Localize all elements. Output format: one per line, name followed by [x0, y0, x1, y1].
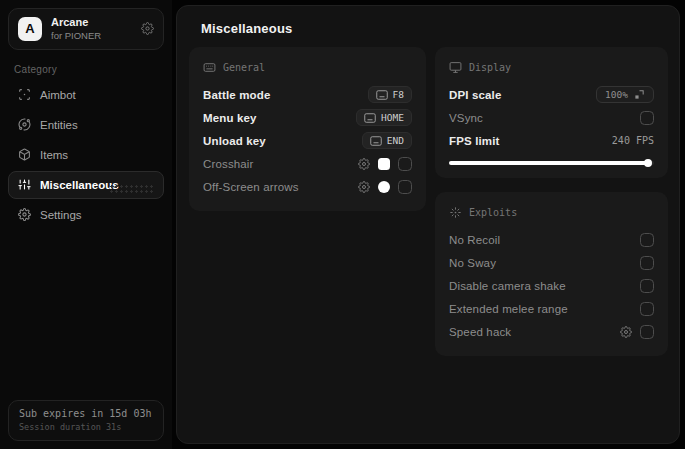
no-recoil-row: No Recoil: [449, 228, 654, 251]
gear-icon[interactable]: [620, 326, 632, 338]
subscription-card: Sub expires in 15d 03h Session duration …: [8, 400, 164, 441]
extended-melee-range-row: Extended melee range: [449, 297, 654, 320]
crosshair-scan-icon: [18, 88, 31, 101]
crosshair-checkbox[interactable]: [398, 157, 412, 171]
fps-limit-row: FPS limit 240 FPS: [449, 129, 654, 152]
disable-camera-shake-row: Disable camera shake: [449, 274, 654, 297]
vsync-checkbox[interactable]: [640, 111, 654, 125]
general-card: General Battle mode F8 Menu key: [189, 47, 426, 211]
no-recoil-checkbox[interactable]: [640, 233, 654, 247]
disable-camera-shake-checkbox[interactable]: [640, 279, 654, 293]
key-icon: [364, 113, 376, 123]
brand-logo: A: [18, 17, 42, 41]
gear-icon[interactable]: [358, 181, 370, 193]
vsync-label: VSync: [449, 112, 483, 124]
extended-melee-range-label: Extended melee range: [449, 303, 568, 315]
offscreen-color-swatch[interactable]: [378, 181, 390, 193]
brand-name: Arcane: [51, 16, 132, 30]
sidebar-item-aimbot[interactable]: Aimbot: [8, 81, 164, 109]
sidebar-item-label: Miscellaneous: [40, 179, 119, 191]
key-icon: [370, 136, 382, 146]
brand-card: A Arcane for PIONER: [8, 8, 164, 50]
app-window: A Arcane for PIONER Category Aimbot: [0, 0, 685, 449]
fps-slider-fill: [449, 161, 648, 165]
sidebar-item-label: Entities: [40, 119, 78, 131]
sidebar-item-label: Settings: [40, 209, 82, 221]
no-sway-row: No Sway: [449, 251, 654, 274]
fps-limit-value: 240 FPS: [612, 135, 654, 146]
sidebar-item-label: Aimbot: [40, 89, 76, 101]
general-header: General: [223, 62, 265, 73]
brand-subtitle: for PIONER: [51, 30, 132, 42]
dpi-scale-label: DPI scale: [449, 89, 502, 101]
fps-slider-knob[interactable]: [644, 159, 652, 167]
battle-mode-row: Battle mode F8: [203, 83, 412, 106]
gear-icon[interactable]: [141, 22, 154, 35]
speed-hack-row: Speed hack: [449, 320, 654, 343]
unload-keybind[interactable]: END: [362, 132, 412, 149]
sidebar: A Arcane for PIONER Category Aimbot: [0, 0, 172, 449]
scale-icon: [634, 89, 645, 100]
offscreen-arrows-row: Off-Screen arrows: [203, 175, 412, 198]
dpi-scale-row: DPI scale 100%: [449, 83, 654, 106]
display-card: Display DPI scale 100% VSync: [435, 47, 668, 178]
session-duration-text: Session duration 31s: [19, 422, 153, 432]
crosshair-row: Crosshair: [203, 152, 412, 175]
battle-mode-label: Battle mode: [203, 89, 270, 101]
dpi-scale-select[interactable]: 100%: [596, 86, 654, 103]
gear-icon: [18, 208, 31, 221]
dots-decoration: [109, 184, 155, 194]
orbit-icon: [18, 118, 31, 131]
monitor-icon: [449, 61, 462, 74]
menu-key-row: Menu key HOME: [203, 106, 412, 129]
no-recoil-label: No Recoil: [449, 234, 500, 246]
crosshair-color-swatch[interactable]: [378, 158, 390, 170]
extended-melee-range-checkbox[interactable]: [640, 302, 654, 316]
display-header: Display: [469, 62, 511, 73]
keyboard-icon: [203, 61, 216, 74]
sliders-icon: [18, 178, 31, 191]
sidebar-item-settings[interactable]: Settings: [8, 201, 164, 229]
category-label: Category: [14, 64, 158, 75]
gear-icon[interactable]: [358, 158, 370, 170]
speed-hack-checkbox[interactable]: [640, 325, 654, 339]
disable-camera-shake-label: Disable camera shake: [449, 280, 566, 292]
key-icon: [376, 90, 388, 100]
offscreen-checkbox[interactable]: [398, 180, 412, 194]
exploits-card: Exploits No Recoil No Sway Disable camer…: [435, 192, 668, 356]
package-icon: [18, 148, 31, 161]
sidebar-item-label: Items: [40, 149, 68, 161]
menu-keybind[interactable]: HOME: [356, 109, 412, 126]
offscreen-arrows-label: Off-Screen arrows: [203, 181, 299, 193]
sidebar-nav: Aimbot Entities Items Miscellaneous: [8, 81, 164, 229]
crosshair-label: Crosshair: [203, 158, 254, 170]
no-sway-label: No Sway: [449, 257, 496, 269]
fps-limit-label: FPS limit: [449, 135, 500, 147]
speed-hack-label: Speed hack: [449, 326, 511, 338]
page-title: Miscellaneous: [201, 21, 679, 36]
main-panel: Miscellaneous General Battle mode: [176, 5, 680, 444]
no-sway-checkbox[interactable]: [640, 256, 654, 270]
sidebar-item-miscellaneous[interactable]: Miscellaneous: [8, 171, 164, 199]
spark-icon: [449, 206, 462, 219]
sub-expires-text: Sub expires in 15d 03h: [19, 408, 153, 419]
battle-mode-keybind[interactable]: F8: [368, 86, 412, 103]
sidebar-item-items[interactable]: Items: [8, 141, 164, 169]
vsync-row: VSync: [449, 106, 654, 129]
fps-limit-slider[interactable]: [449, 161, 654, 165]
sidebar-item-entities[interactable]: Entities: [8, 111, 164, 139]
menu-key-label: Menu key: [203, 112, 257, 124]
unload-key-row: Unload key END: [203, 129, 412, 152]
unload-key-label: Unload key: [203, 135, 266, 147]
exploits-header: Exploits: [469, 207, 517, 218]
